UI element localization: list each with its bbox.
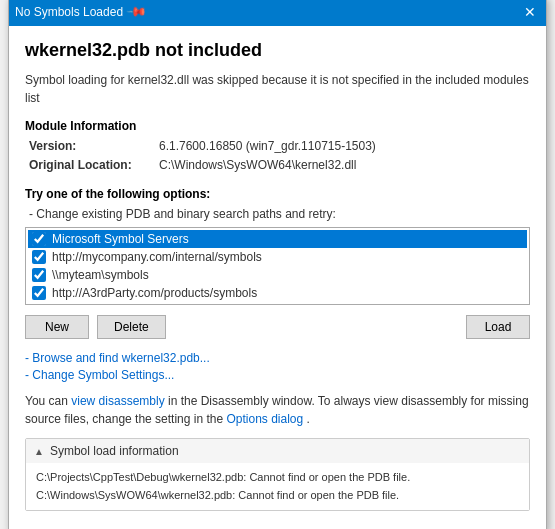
symbol-load-section: ▲ Symbol load information C:\Projects\Cp… (25, 438, 530, 511)
title-bar-text: No Symbols Loaded (15, 5, 123, 19)
version-value: 6.1.7600.16850 (win7_gdr.110715-1503) (159, 137, 376, 156)
title-bar: No Symbols Loaded 📌 ✕ (9, 0, 546, 26)
item-label-2: \\myteam\symbols (52, 268, 149, 282)
symbol-load-line1: C:\Projects\CppTest\Debug\wkernel32.pdb:… (36, 469, 519, 487)
description-text: Symbol loading for kernel32.dll was skip… (25, 71, 530, 107)
options-header: Try one of the following options: (25, 187, 530, 201)
location-row: Original Location: C:\Windows\SysWOW64\k… (29, 156, 530, 175)
load-button[interactable]: Load (466, 315, 530, 339)
info-paragraph: You can view disassembly in the Disassem… (25, 392, 530, 428)
module-info-table: Version: 6.1.7600.16850 (win7_gdr.110715… (29, 137, 530, 175)
content-area: wkernel32.pdb not included Symbol loadin… (9, 26, 546, 529)
item-label-3: http://A3rdParty.com/products/symbols (52, 286, 257, 300)
item-label-0: Microsoft Symbol Servers (52, 232, 189, 246)
module-info-header: Module Information (25, 119, 530, 133)
symbol-load-line2: C:\Windows\SysWOW64\wkernel32.pdb: Canno… (36, 487, 519, 505)
options-dialog-link[interactable]: Options dialog (226, 412, 303, 426)
collapsible-content: C:\Projects\CppTest\Debug\wkernel32.pdb:… (26, 463, 529, 510)
browse-link[interactable]: - Browse and find wkernel32.pdb... (25, 351, 530, 365)
chevron-up-icon: ▲ (34, 446, 44, 457)
view-disassembly-link[interactable]: view disassembly (71, 394, 164, 408)
close-button[interactable]: ✕ (520, 3, 540, 21)
list-item[interactable]: http://A3rdParty.com/products/symbols (28, 284, 527, 302)
item-checkbox-0[interactable] (32, 232, 46, 246)
title-bar-left: No Symbols Loaded 📌 (15, 4, 145, 19)
new-button[interactable]: New (25, 315, 89, 339)
item-checkbox-1[interactable] (32, 250, 46, 264)
buttons-row: New Delete Load (25, 315, 530, 339)
change-text: - Change existing PDB and binary search … (29, 207, 530, 221)
location-label: Original Location: (29, 156, 159, 175)
item-label-1: http://mycompany.com/internal/symbols (52, 250, 262, 264)
info-text-3: . (307, 412, 310, 426)
list-item[interactable]: \\myteam\symbols (28, 266, 527, 284)
symbol-servers-listbox: Microsoft Symbol Servers http://mycompan… (25, 227, 530, 305)
links-section: - Browse and find wkernel32.pdb... - Cha… (25, 351, 530, 382)
info-text-1: You can (25, 394, 68, 408)
pin-icon[interactable]: 📌 (126, 1, 148, 23)
list-item[interactable]: Microsoft Symbol Servers (28, 230, 527, 248)
version-label: Version: (29, 137, 159, 156)
collapsible-title: Symbol load information (50, 444, 179, 458)
item-checkbox-2[interactable] (32, 268, 46, 282)
main-window: No Symbols Loaded 📌 ✕ wkernel32.pdb not … (8, 0, 547, 529)
location-value: C:\Windows\SysWOW64\kernel32.dll (159, 156, 356, 175)
version-row: Version: 6.1.7600.16850 (win7_gdr.110715… (29, 137, 530, 156)
list-item[interactable]: http://mycompany.com/internal/symbols (28, 248, 527, 266)
delete-button[interactable]: Delete (97, 315, 166, 339)
page-title: wkernel32.pdb not included (25, 40, 530, 61)
collapsible-header[interactable]: ▲ Symbol load information (26, 439, 529, 463)
item-checkbox-3[interactable] (32, 286, 46, 300)
settings-link[interactable]: - Change Symbol Settings... (25, 368, 530, 382)
